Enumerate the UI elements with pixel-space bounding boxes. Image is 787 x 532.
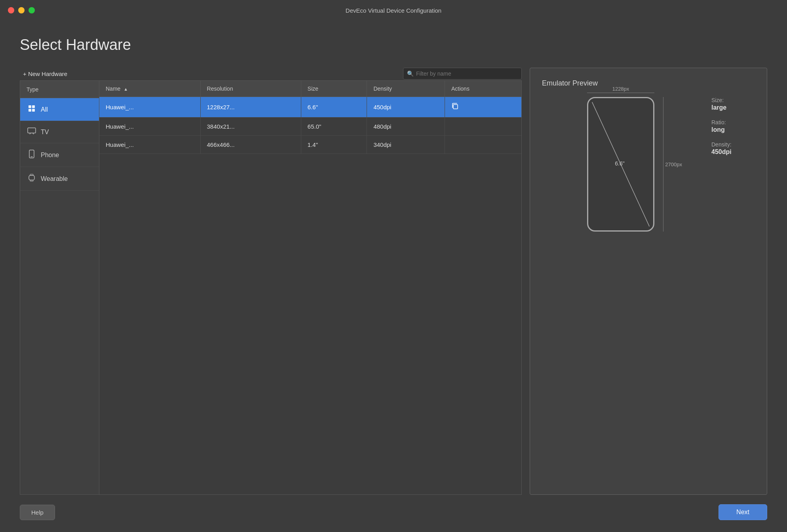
window-controls: [8, 7, 35, 13]
filter-wrapper: 🔍: [403, 68, 522, 80]
device-table-wrapper: Name ▲ Resolution Size Density Actions: [99, 80, 522, 495]
spec-density: Density: 450dpi: [711, 141, 755, 156]
table-header-row: Name ▲ Resolution Size Density Actions: [99, 81, 521, 97]
width-label: 1228px: [612, 86, 629, 92]
svg-rect-2: [29, 109, 31, 112]
col-header-resolution: Resolution: [200, 81, 301, 97]
svg-rect-1: [32, 105, 35, 108]
cell-actions: [445, 136, 522, 154]
tv-icon: [27, 127, 36, 137]
table-row[interactable]: Huawei_... 1228x27... 6.6" 450dpi: [99, 97, 521, 118]
cell-density: 450dpi: [367, 97, 445, 118]
device-section: + New Hardware 🔍 Type: [20, 68, 522, 495]
page-title: Select Hardware: [20, 36, 767, 53]
spec-ratio-value: long: [711, 126, 755, 133]
copy-icon[interactable]: [451, 103, 458, 111]
svg-rect-11: [30, 180, 33, 181]
col-header-density: Density: [367, 81, 445, 97]
new-hardware-label: + New Hardware: [23, 70, 67, 77]
new-hardware-button[interactable]: + New Hardware: [20, 69, 70, 79]
sidebar-item-tv-label: TV: [41, 129, 49, 136]
svg-rect-3: [32, 109, 35, 112]
device-diagram-area: 1228px 6.6": [542, 97, 700, 232]
svg-line-13: [592, 102, 650, 226]
sidebar-item-all[interactable]: All: [20, 98, 99, 121]
cell-density: 480dpi: [367, 118, 445, 136]
sidebar-item-tv[interactable]: TV: [20, 121, 99, 143]
filter-input[interactable]: [403, 68, 522, 80]
sidebar-item-all-label: All: [41, 106, 48, 113]
cell-actions: [445, 97, 522, 118]
titlebar: DevEco Virtual Device Configuration: [0, 0, 787, 21]
svg-rect-12: [453, 104, 458, 109]
next-button[interactable]: Next: [719, 504, 767, 520]
svg-rect-10: [30, 174, 33, 175]
preview-content: 1228px 6.6": [542, 97, 755, 483]
spec-size-value: large: [711, 104, 755, 111]
cell-resolution: 1228x27...: [200, 97, 301, 118]
svg-rect-0: [29, 105, 31, 108]
spec-size: Size: large: [711, 97, 755, 111]
spec-ratio: Ratio: long: [711, 119, 755, 133]
content-row: + New Hardware 🔍 Type: [20, 68, 767, 495]
search-icon: 🔍: [407, 70, 414, 77]
cell-density: 340dpi: [367, 136, 445, 154]
phone-body: 6.6": [587, 97, 654, 232]
col-header-size: Size: [301, 81, 367, 97]
cell-size: 65.0": [301, 118, 367, 136]
cell-name: Huawei_...: [99, 118, 200, 136]
all-icon: [27, 104, 36, 114]
col-header-actions: Actions: [445, 81, 522, 97]
phone-icon: [27, 150, 36, 160]
sidebar-item-phone-label: Phone: [41, 152, 59, 159]
spec-ratio-label: Ratio:: [711, 119, 755, 125]
cell-resolution: 3840x21...: [200, 118, 301, 136]
table-row[interactable]: Huawei_... 3840x21... 65.0" 480dpi: [99, 118, 521, 136]
svg-rect-4: [28, 128, 36, 133]
toolbar-row: + New Hardware 🔍: [20, 68, 522, 80]
type-column-header: Type: [27, 86, 38, 93]
height-label: 2700px: [665, 162, 682, 167]
cell-name: Huawei_...: [99, 97, 200, 118]
cell-resolution: 466x466...: [200, 136, 301, 154]
type-list: Type All: [20, 80, 99, 495]
svg-rect-9: [29, 175, 34, 180]
help-button[interactable]: Help: [20, 505, 55, 520]
col-header-name: Name ▲: [99, 81, 200, 97]
spec-density-label: Density:: [711, 141, 755, 148]
preview-panel: Emulator Preview 1228px: [530, 68, 767, 495]
sidebar-item-wearable[interactable]: Wearable: [20, 167, 99, 191]
cell-name: Huawei_...: [99, 136, 200, 154]
sidebar-item-phone[interactable]: Phone: [20, 143, 99, 167]
main-content: Select Hardware + New Hardware 🔍: [0, 21, 787, 532]
sidebar-item-wearable-label: Wearable: [41, 175, 68, 182]
bottom-bar: Help Next: [20, 495, 767, 532]
window-title: DevEco Virtual Device Configuration: [346, 7, 441, 14]
spec-density-value: 450dpi: [711, 148, 755, 156]
minimize-button[interactable]: [18, 7, 25, 13]
cell-actions: [445, 118, 522, 136]
sort-asc-icon: ▲: [124, 87, 128, 91]
specs-panel: Size: large Ratio: long Density: 450dpi: [711, 97, 755, 156]
watch-icon: [27, 173, 36, 184]
device-diagram: 1228px 6.6": [587, 97, 654, 232]
maximize-button[interactable]: [29, 7, 35, 13]
cell-size: 1.4": [301, 136, 367, 154]
close-button[interactable]: [8, 7, 14, 13]
device-table: Name ▲ Resolution Size Density Actions: [99, 81, 521, 154]
table-area: Type All: [20, 80, 522, 495]
cell-size: 6.6": [301, 97, 367, 118]
table-row[interactable]: Huawei_... 466x466... 1.4" 340dpi: [99, 136, 521, 154]
spec-size-label: Size:: [711, 97, 755, 103]
